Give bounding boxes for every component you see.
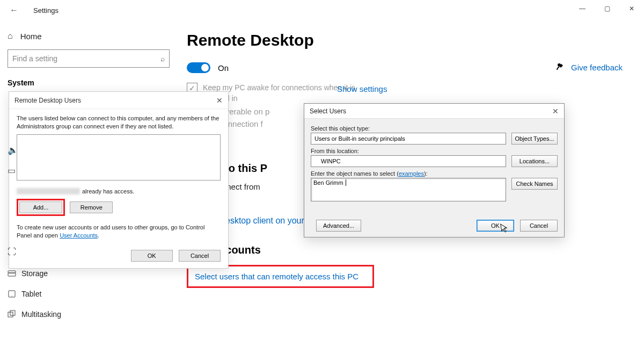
home-nav[interactable]: ⌂ Home [8,31,170,41]
sound-icon: 🔈 [8,145,18,155]
redacted-username [17,188,80,194]
back-button[interactable]: ← [10,5,18,15]
page-title: Remote Desktop [187,31,633,49]
window-title: Settings [33,6,58,15]
maximize-button[interactable]: ▢ [595,0,619,17]
sidebar-item-tablet[interactable]: Tablet [8,284,170,304]
sidebar-item-label: Storage [21,269,48,278]
hint-text: To create new user accounts or add users… [17,223,221,240]
close-icon[interactable]: ✕ [552,107,559,116]
examples-link[interactable]: examples [399,170,424,177]
notifications-icon: ▭ [8,165,16,176]
close-button[interactable]: ✕ [619,0,644,17]
object-type-field: Users or Built-in security principals [311,133,506,145]
remote-desktop-toggle[interactable] [187,62,210,73]
advanced-button[interactable]: Advanced... [316,220,361,232]
remove-button[interactable]: Remove [70,201,113,213]
sidebar-item-label: Tablet [21,290,41,298]
category-system: System [8,78,170,87]
cancel-button[interactable]: Cancel [179,250,221,262]
mouse-cursor [500,222,509,233]
object-names-label: Enter the object names to select (exampl… [311,170,558,177]
search-input[interactable]: Find a setting ⌕ [8,49,170,68]
multitasking-icon [8,310,21,319]
object-type-label: Select this object type: [311,125,558,132]
dialog-titlebar: Remote Desktop Users ✕ [9,92,228,109]
search-icon: ⌕ [160,54,165,63]
show-settings-link[interactable]: Show settings [337,84,387,93]
titlebar: ← Settings — ▢ ✕ [0,0,644,20]
svg-rect-0 [8,273,16,276]
highlight-add: Add... [17,199,65,216]
dialog-description: The users listed below can connect to th… [17,114,221,131]
storage-icon [8,269,21,278]
select-users-link[interactable]: Select users that can remotely access th… [193,270,368,283]
object-types-button[interactable]: Object Types... [511,133,558,145]
user-accounts-link[interactable]: User Accounts [60,232,98,239]
add-button[interactable]: Add... [19,201,62,213]
search-placeholder: Find a setting [12,54,57,63]
close-icon[interactable]: ✕ [216,96,223,105]
object-names-input[interactable]: Ben Grimm [311,178,506,201]
dialog-title: Remote Desktop Users [14,97,81,104]
sidebar-item-partial[interactable]: 🔈 ▭ ⛶ [8,140,18,262]
ok-button[interactable]: OK [131,250,173,262]
feedback-icon [556,62,566,72]
home-label: Home [20,32,42,41]
dialog-titlebar: Select Users ✕ [304,104,564,119]
locations-button[interactable]: Locations... [511,155,558,167]
location-label: From this location: [311,148,558,154]
sidebar-item-label: Multitasking [21,310,61,319]
give-feedback-link[interactable]: Give feedback [556,62,623,72]
sidebar-item-multitasking[interactable]: Multitasking [8,304,170,324]
svg-point-3 [11,295,12,296]
user-accounts-heading: User accounts [187,244,633,256]
remote-desktop-users-dialog: Remote Desktop Users ✕ The users listed … [9,91,229,269]
access-note: already has access. [17,188,221,194]
projecting-icon: ⛶ [8,247,16,257]
home-icon: ⌂ [8,31,13,41]
minimize-button[interactable]: — [570,0,595,17]
feedback-label: Give feedback [571,63,623,72]
dialog-title: Select Users [310,107,346,115]
check-names-button[interactable]: Check Names [511,178,558,190]
select-users-dialog: Select Users ✕ Select this object type: … [304,103,565,237]
tablet-icon [8,290,21,298]
location-field: WINPC [311,155,506,167]
users-listbox[interactable] [17,134,221,181]
svg-rect-1 [8,271,16,273]
cancel-button[interactable]: Cancel [520,220,558,232]
toggle-state-label: On [218,63,229,73]
